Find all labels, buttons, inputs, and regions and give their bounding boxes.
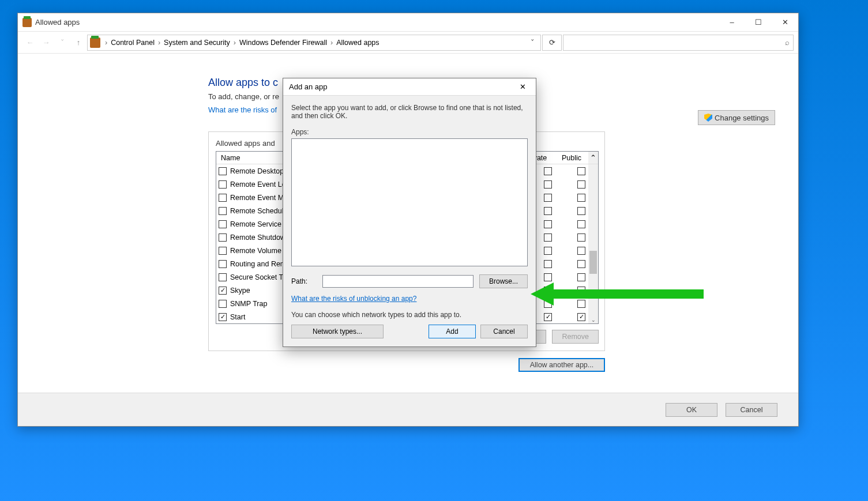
private-checkbox[interactable]	[544, 167, 552, 175]
unblocking-risks-link[interactable]: What are the risks of unblocking an app?	[291, 295, 416, 303]
private-checkbox[interactable]	[544, 247, 552, 255]
public-checkbox[interactable]	[577, 313, 585, 321]
app-enabled-checkbox[interactable]	[219, 180, 227, 189]
public-checkbox[interactable]	[577, 194, 585, 202]
column-header-public[interactable]: Public	[555, 152, 588, 164]
public-checkbox[interactable]	[577, 300, 585, 308]
private-checkbox[interactable]	[544, 260, 552, 268]
path-label: Path:	[291, 277, 317, 285]
app-enabled-checkbox[interactable]	[219, 273, 227, 281]
path-input[interactable]	[322, 275, 474, 288]
search-input[interactable]: ⌕	[563, 35, 794, 51]
window-title: Allowed apps	[35, 18, 80, 27]
private-checkbox[interactable]	[544, 194, 552, 202]
titlebar: Allowed apps – ☐ ✕	[18, 13, 798, 32]
close-window-button[interactable]: ✕	[772, 13, 798, 32]
scroll-down-icon[interactable]: ⌄	[588, 315, 598, 324]
dialog-instruction: Select the app you want to add, or click…	[291, 104, 528, 120]
add-button[interactable]: Add	[429, 325, 476, 338]
app-enabled-checkbox[interactable]	[219, 233, 227, 242]
nav-recent-button[interactable]: ˅	[55, 35, 70, 50]
public-checkbox[interactable]	[577, 287, 585, 295]
breadcrumb-sep-icon: ›	[231, 39, 238, 47]
network-types-note: You can choose which network types to ad…	[291, 311, 528, 319]
public-checkbox[interactable]	[577, 233, 585, 242]
navigation-bar: ← → ˅ ↑ › Control Panel › System and Sec…	[18, 32, 798, 54]
scrollbar-thumb[interactable]	[589, 251, 597, 274]
change-settings-label: Change settings	[715, 114, 769, 122]
public-checkbox[interactable]	[577, 273, 585, 281]
private-checkbox[interactable]	[544, 180, 552, 189]
private-checkbox[interactable]	[544, 313, 552, 321]
private-checkbox[interactable]	[544, 273, 552, 281]
public-checkbox[interactable]	[577, 260, 585, 268]
nav-back-button[interactable]: ←	[22, 35, 37, 50]
allow-another-app-button[interactable]: Allow another app...	[518, 358, 605, 372]
shield-icon	[704, 114, 712, 122]
apps-listbox[interactable]	[291, 138, 528, 266]
app-enabled-checkbox[interactable]	[219, 300, 227, 308]
breadcrumb-sep-icon: ›	[103, 39, 110, 47]
ok-button[interactable]: OK	[666, 403, 717, 417]
private-checkbox[interactable]	[544, 287, 552, 295]
app-enabled-checkbox[interactable]	[219, 313, 227, 321]
private-checkbox[interactable]	[544, 300, 552, 308]
search-icon: ⌕	[785, 38, 790, 47]
public-checkbox[interactable]	[577, 247, 585, 255]
add-app-dialog: Add an app ✕ Select the app you want to …	[283, 78, 536, 347]
public-checkbox[interactable]	[577, 220, 585, 228]
nav-forward-button[interactable]: →	[39, 35, 54, 50]
breadcrumb-dropdown-icon[interactable]: ˅	[531, 38, 538, 47]
change-settings-button[interactable]: Change settings	[698, 110, 775, 125]
app-enabled-checkbox[interactable]	[219, 194, 227, 202]
app-enabled-checkbox[interactable]	[219, 220, 227, 228]
firewall-app-icon	[22, 18, 32, 27]
bottom-bar: OK Cancel	[18, 393, 798, 426]
breadcrumb-sep-icon: ›	[156, 39, 163, 47]
app-enabled-checkbox[interactable]	[219, 287, 227, 295]
breadcrumb-item[interactable]: Allowed apps	[336, 39, 379, 47]
scroll-up-icon[interactable]: ⌃	[588, 152, 598, 164]
remove-button[interactable]: Remove	[552, 330, 599, 344]
minimize-button[interactable]: –	[719, 13, 745, 32]
apps-list-label: Apps:	[291, 128, 528, 136]
app-enabled-checkbox[interactable]	[219, 167, 227, 175]
browse-button[interactable]: Browse...	[479, 274, 528, 288]
private-checkbox[interactable]	[544, 207, 552, 215]
public-checkbox[interactable]	[577, 167, 585, 175]
app-enabled-checkbox[interactable]	[219, 247, 227, 255]
maximize-button[interactable]: ☐	[745, 13, 772, 32]
firewall-breadcrumb-icon	[90, 37, 100, 48]
app-enabled-checkbox[interactable]	[219, 207, 227, 215]
breadcrumb-item[interactable]: Control Panel	[111, 39, 155, 47]
breadcrumb-item[interactable]: Windows Defender Firewall	[239, 39, 327, 47]
dialog-cancel-button[interactable]: Cancel	[480, 325, 528, 338]
dialog-titlebar: Add an app ✕	[283, 78, 536, 96]
scrollbar[interactable]: ⌄	[588, 164, 598, 324]
network-types-button[interactable]: Network types...	[291, 325, 384, 338]
public-checkbox[interactable]	[577, 180, 585, 189]
private-checkbox[interactable]	[544, 233, 552, 242]
public-checkbox[interactable]	[577, 207, 585, 215]
app-enabled-checkbox[interactable]	[219, 260, 227, 268]
breadcrumb-item[interactable]: System and Security	[164, 39, 230, 47]
cancel-button[interactable]: Cancel	[726, 403, 777, 417]
breadcrumb-sep-icon: ›	[328, 39, 335, 47]
dialog-close-button[interactable]: ✕	[509, 78, 536, 96]
private-checkbox[interactable]	[544, 220, 552, 228]
breadcrumb-bar[interactable]: › Control Panel › System and Security › …	[87, 35, 541, 51]
nav-up-button[interactable]: ↑	[71, 35, 86, 50]
refresh-button[interactable]: ⟳	[542, 35, 562, 51]
dialog-title: Add an app	[289, 82, 328, 91]
